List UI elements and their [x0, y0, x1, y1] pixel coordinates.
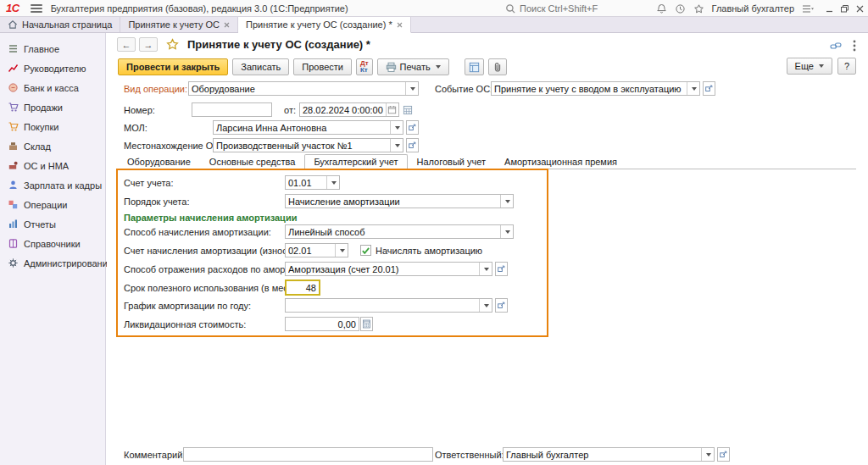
tab-tax-accounting[interactable]: Налоговый учет [408, 154, 496, 169]
open-item-button[interactable] [703, 81, 715, 96]
open-item-button[interactable] [495, 262, 508, 276]
forward-button[interactable]: → [139, 37, 158, 52]
sidebar-item-payroll-hr[interactable]: Зарплата и кадры [0, 175, 105, 195]
sidebar-item-fixed-assets[interactable]: ОС и НМА [0, 156, 105, 175]
dropdown-button[interactable] [335, 244, 348, 257]
useful-life-input[interactable] [287, 281, 319, 294]
open-item-button[interactable] [717, 447, 730, 462]
sidebar-item-administration[interactable]: Администрирование [0, 253, 105, 273]
expense-method-field[interactable] [285, 262, 492, 276]
attachments-button[interactable] [488, 58, 507, 75]
sidebar-item-references[interactable]: Справочники [0, 234, 105, 253]
close-tab-icon[interactable] [397, 22, 403, 28]
comment-input[interactable] [184, 448, 432, 461]
help-button[interactable]: ? [837, 58, 856, 75]
mol-input[interactable] [214, 121, 390, 134]
operation-type-field[interactable] [188, 81, 419, 96]
favorites-star-icon[interactable] [693, 3, 704, 14]
dropdown-button[interactable] [326, 176, 339, 189]
open-item-button[interactable] [406, 120, 419, 135]
calculator-icon[interactable] [360, 317, 373, 331]
schedule-field[interactable] [285, 298, 492, 313]
schedule-input[interactable] [286, 299, 479, 312]
depreciation-account-field[interactable] [285, 243, 348, 257]
os-event-field[interactable] [491, 81, 700, 96]
back-button[interactable]: ← [117, 37, 136, 52]
tab-depreciation-bonus[interactable]: Амортизационная премия [495, 154, 626, 169]
calendar-icon[interactable] [386, 103, 398, 116]
dropdown-button[interactable] [500, 195, 513, 208]
current-user[interactable]: Главный бухгалтер [712, 3, 794, 14]
more-button[interactable]: Еще [787, 58, 832, 75]
expense-method-input[interactable] [286, 263, 479, 275]
depreciation-account-input[interactable] [286, 244, 335, 257]
dropdown-button[interactable] [405, 82, 418, 95]
dropdown-button[interactable] [500, 225, 513, 238]
accounting-order-field[interactable] [285, 194, 514, 208]
service-menu-icon[interactable] [802, 4, 814, 14]
useful-life-field[interactable] [285, 280, 320, 296]
comment-field[interactable] [183, 447, 433, 462]
tab-accounting[interactable]: Бухгалтерский учет [304, 154, 407, 169]
sidebar-item-purchases[interactable]: Покупки [0, 117, 105, 136]
notifications-bell-icon[interactable] [656, 3, 667, 14]
accrue-depreciation-checkbox[interactable]: Начислять амортизацию [360, 245, 482, 256]
write-button[interactable]: Записать [232, 58, 289, 75]
depreciation-method-field[interactable] [285, 224, 514, 239]
main-menu-icon[interactable] [31, 4, 42, 13]
sidebar-item-reports[interactable]: Отчеты [0, 214, 105, 234]
close-window-icon[interactable] [855, 4, 865, 14]
show-postings-button[interactable]: ДтКт [356, 58, 373, 75]
open-item-button[interactable] [495, 298, 508, 313]
tab-equipment[interactable]: Оборудование [118, 154, 200, 169]
dropdown-button[interactable] [390, 121, 403, 134]
depreciation-method-input[interactable] [286, 225, 500, 238]
tab-os-acceptance-list[interactable]: Принятие к учету ОС [120, 17, 238, 32]
print-button[interactable]: Печать [377, 58, 449, 75]
sidebar-item-manager[interactable]: Руководителю [0, 58, 105, 78]
minimize-icon[interactable] [825, 4, 834, 14]
sidebar-item-warehouse[interactable]: Склад [0, 136, 105, 156]
restore-window-icon[interactable] [840, 4, 849, 14]
sidebar-item-operations[interactable]: Операции [0, 195, 105, 214]
global-search[interactable] [505, 0, 647, 17]
salvage-value-field[interactable] [285, 317, 359, 331]
close-tab-icon[interactable] [224, 22, 230, 28]
tab-os-acceptance-create[interactable]: Принятие к учету ОС (создание) * [238, 17, 411, 33]
operation-type-input[interactable] [189, 82, 405, 95]
open-item-button[interactable] [406, 138, 419, 152]
get-link-icon[interactable] [830, 41, 842, 51]
date-input[interactable] [300, 103, 386, 116]
create-based-on-button[interactable] [465, 58, 484, 75]
mol-field[interactable] [213, 120, 403, 135]
responsible-input[interactable] [504, 448, 701, 461]
dropdown-button[interactable] [479, 299, 492, 312]
account-field[interactable] [285, 175, 340, 190]
sidebar-item-bank-cash[interactable]: Банк и касса [0, 78, 105, 97]
salvage-value-input[interactable] [286, 318, 359, 330]
accounting-order-input[interactable] [286, 195, 500, 208]
location-field[interactable] [213, 138, 403, 152]
responsible-field[interactable] [503, 447, 715, 462]
search-input[interactable] [520, 3, 647, 14]
number-input[interactable] [192, 103, 271, 116]
dropdown-button[interactable] [479, 263, 492, 275]
post-and-close-button[interactable]: Провести и закрыть [118, 58, 228, 75]
numerator-settings-icon[interactable] [402, 102, 415, 117]
date-field[interactable] [299, 102, 399, 117]
tab-fixed-assets[interactable]: Основные средства [200, 154, 305, 169]
location-input[interactable] [214, 139, 390, 152]
favorite-star-icon[interactable] [166, 38, 179, 51]
kebab-menu-icon[interactable] [853, 40, 856, 52]
account-input[interactable] [286, 176, 326, 189]
sidebar-item-main[interactable]: Главное [0, 39, 105, 58]
dropdown-button[interactable] [701, 448, 714, 461]
sidebar-item-sales[interactable]: Продажи [0, 97, 105, 117]
history-icon[interactable] [675, 3, 686, 14]
tab-home[interactable]: Начальная страница [0, 17, 120, 32]
number-field[interactable] [192, 102, 272, 117]
post-button[interactable]: Провести [293, 58, 352, 75]
dropdown-button[interactable] [687, 82, 699, 95]
dropdown-button[interactable] [390, 139, 403, 152]
os-event-input[interactable] [492, 82, 687, 95]
